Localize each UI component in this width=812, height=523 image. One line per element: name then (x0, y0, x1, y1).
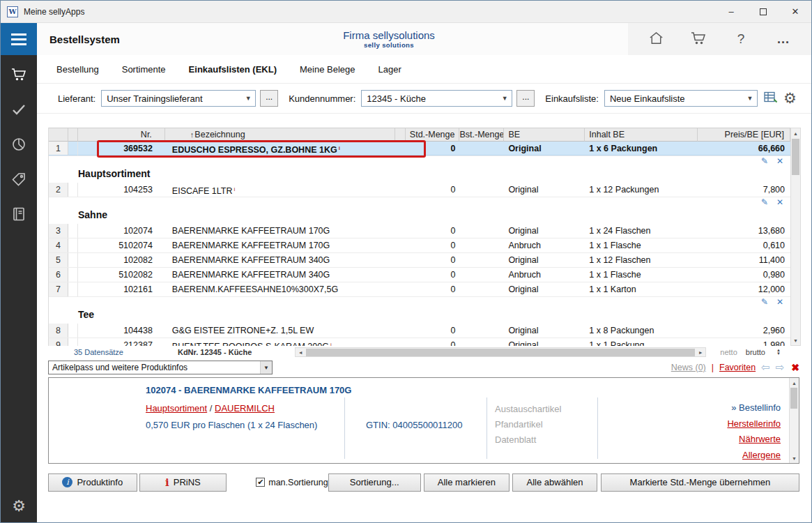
produktinfo-button[interactable]: i Produktinfo (48, 473, 137, 492)
cell-idx: 6 (49, 268, 68, 282)
std-menge-uebernehmen-button[interactable]: Markierte Std.-Menge übernehmen (601, 473, 799, 492)
alle-abwaehlen-button[interactable]: Alle abwählen (512, 473, 597, 492)
sidebar-item-prices[interactable] (1, 162, 37, 197)
sidebar-settings-button[interactable]: ⚙ (1, 497, 37, 515)
cart-button[interactable] (689, 29, 708, 49)
table-row[interactable]: 7102161BAERENM.KAFFEESAHNE10%300X7,5G0Or… (49, 282, 790, 297)
edit-group-icon[interactable]: ✎ (761, 297, 768, 307)
filter-settings-button[interactable]: ⚙ (783, 90, 797, 107)
more-button[interactable]: ... (774, 29, 793, 49)
edit-group-icon[interactable]: ✎ (761, 197, 768, 207)
produktinfo-select[interactable]: Artikelpass und weitere Produktinfos ▼ (48, 361, 273, 374)
ekl-table: Nr.↑BezeichnungStd.-MengeBst.-MengeBEInh… (48, 128, 790, 346)
netto-label[interactable]: netto (720, 348, 737, 356)
gear-icon: ⚙ (12, 497, 26, 515)
column-header-std[interactable]: Std.-Menge (406, 128, 460, 142)
app-window: W Meine sellyApps – ✕ (0, 0, 812, 523)
edit-group-icon[interactable]: ✎ (761, 156, 768, 166)
man-sortierung-checkbox[interactable]: ✔ (256, 478, 265, 487)
scroll-down-icon[interactable]: ▼ (790, 453, 799, 463)
chevron-down-icon: ▼ (241, 95, 255, 102)
detail-link[interactable]: Nährwerte (727, 432, 781, 448)
news-link[interactable]: News (0) (671, 363, 706, 372)
column-header-bst[interactable]: Bst.-Menge (459, 128, 504, 142)
breadcrumb-sortiment-link[interactable]: Hauptsortiment (146, 403, 207, 414)
spin-arrows-icon[interactable]: ▲▼ (776, 349, 781, 356)
sidebar-item-cart[interactable] (1, 58, 37, 93)
table-row[interactable]: 5102082BAERENMARKE KAFFEETRAUM 340G0Orig… (49, 253, 790, 268)
table-row[interactable]: 9212387BUENT.TEE ROOIBOS S-KARAM.200Gi0O… (49, 338, 790, 346)
help-button[interactable]: ? (731, 29, 751, 49)
scrollbar-thumb[interactable] (306, 349, 695, 356)
table-row[interactable]: 3102074BAERENMARKE KAFFEETRAUM 170G0Orig… (49, 224, 790, 238)
detail-attribute[interactable]: Austauschartikel (495, 402, 561, 417)
cell-inhalt: 1 x 12 Flaschen (585, 253, 698, 267)
tab-meine-belege[interactable]: Meine Belege (300, 64, 355, 75)
hamburger-menu-button[interactable] (1, 23, 37, 55)
sidebar-item-statistics[interactable] (1, 128, 37, 162)
favoriten-link[interactable]: Favoriten (719, 363, 756, 372)
column-header-preis[interactable]: Preis/BE [EUR] (698, 128, 790, 142)
table-vertical-scrollbar[interactable]: ▲ ▼ (790, 128, 801, 346)
table-row[interactable]: 1369532EDUSCHO ESPRESSO, GZ.BOHNE 1KGi0O… (49, 142, 790, 156)
prins-icon: i (165, 476, 169, 489)
kundennummer-select[interactable]: 12345 - Küche ▼ (361, 90, 512, 107)
delete-group-icon[interactable]: ✕ (776, 297, 783, 307)
maximize-button[interactable] (747, 1, 779, 22)
close-button[interactable]: ✕ (779, 1, 811, 22)
scrollbar-thumb[interactable] (792, 139, 799, 175)
tab-sortimente[interactable]: Sortimente (122, 64, 166, 75)
detail-vertical-scrollbar[interactable]: ▲ ▼ (789, 378, 799, 463)
table-horizontal-scrollbar[interactable]: ◄ ► (295, 347, 706, 357)
home-button[interactable] (646, 29, 666, 49)
detail-link[interactable]: Statistik (727, 463, 781, 464)
column-header-gap (68, 128, 78, 142)
cell-gap (68, 324, 78, 338)
scroll-up-icon[interactable]: ▲ (791, 128, 800, 138)
table-row[interactable]: 45102074BAERENMARKE KAFFEETRAUM 170G0Anb… (49, 238, 790, 253)
tab-lager[interactable]: Lager (378, 64, 401, 75)
breadcrumb-group-link[interactable]: DAUERMILCH (215, 403, 275, 414)
detail-link[interactable]: » Bestellinfo (727, 400, 781, 416)
scrollbar-thumb[interactable] (790, 388, 797, 409)
prev-arrow-icon[interactable]: ⇦ (761, 361, 770, 374)
brutto-label[interactable]: brutto (746, 348, 765, 356)
detail-link[interactable]: Herstellerinfo (727, 416, 781, 432)
close-panel-icon[interactable]: ✖ (791, 362, 799, 373)
column-header-inhalt[interactable]: Inhalt BE (585, 128, 698, 142)
scroll-left-icon[interactable]: ◄ (296, 350, 305, 355)
scroll-up-icon[interactable]: ▲ (790, 378, 799, 388)
einkaufsliste-select[interactable]: Neue Einkaufsliste ▼ (604, 90, 758, 107)
table-row[interactable]: 65102082BAERENMARKE KAFFEETRAUM 340G0Anb… (49, 268, 790, 282)
tab-einkaufslisten[interactable]: Einkaufslisten (EKL) (189, 64, 277, 75)
kundennummer-browse-button[interactable]: ... (516, 90, 535, 107)
alle-markieren-button[interactable]: Alle markieren (424, 473, 510, 492)
sidebar-item-confirm[interactable] (1, 93, 37, 128)
delete-group-icon[interactable]: ✕ (776, 156, 783, 166)
cell-nr: 369532 (78, 142, 165, 156)
lieferant-browse-button[interactable]: ... (260, 90, 278, 107)
column-header-name[interactable]: ↑Bezeichnung (165, 128, 395, 142)
next-arrow-icon[interactable]: ⇨ (776, 361, 785, 374)
column-header-be[interactable]: BE (504, 128, 585, 142)
scroll-right-icon[interactable]: ► (696, 350, 705, 355)
einkaufsliste-label: Einkaufsliste: (545, 93, 599, 104)
prins-button[interactable]: i PRiNS (139, 473, 227, 492)
scroll-down-icon[interactable]: ▼ (791, 335, 800, 345)
cell-bst (459, 183, 504, 197)
detail-attribute[interactable]: Pfandartikel (495, 417, 561, 432)
tab-bestellung[interactable]: Bestellung (56, 64, 99, 75)
delete-group-icon[interactable]: ✕ (776, 197, 783, 207)
minimize-button[interactable]: – (715, 1, 747, 22)
sidebar-item-catalog[interactable] (1, 197, 37, 232)
cell-sp (395, 238, 406, 252)
list-table-button[interactable] (764, 91, 778, 106)
table-row[interactable]: 2104253EISCAFE 1LTRi0Original1 x 12 Pack… (49, 183, 790, 197)
sortierung-button[interactable]: Sortierung... (328, 473, 421, 492)
detail-link[interactable]: Allergene (727, 448, 781, 464)
lieferant-select[interactable]: Unser Trainingslieferant ▼ (101, 90, 256, 107)
cell-name: BAERENMARKE KAFFEETRAUM 340G (165, 253, 395, 267)
detail-attribute[interactable]: Datenblatt (495, 432, 561, 448)
table-row[interactable]: 8104438G&G EISTEE ZITRONE+Z. 1,5L EW0Ori… (49, 324, 790, 338)
column-header-nr[interactable]: Nr. (78, 128, 165, 142)
